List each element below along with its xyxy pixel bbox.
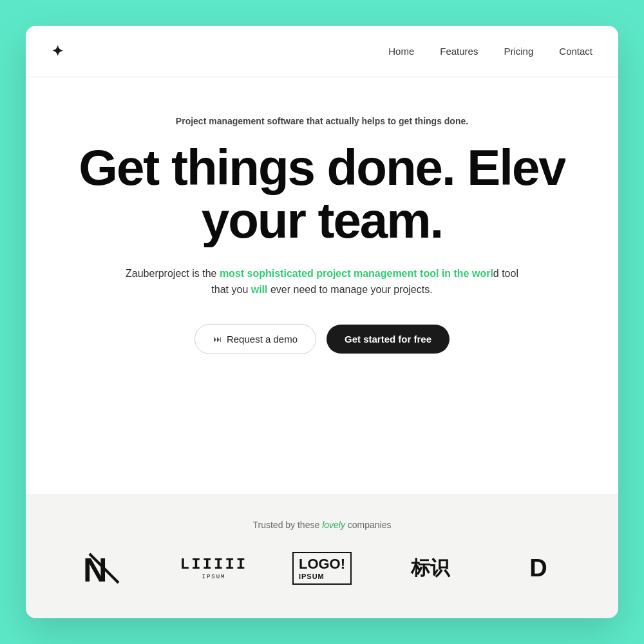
nav-item-home[interactable]: Home xyxy=(388,46,414,57)
logo-item-partial: D xyxy=(484,554,592,582)
nav-item-pricing[interactable]: Pricing xyxy=(504,46,533,57)
nav-item-features[interactable]: Features xyxy=(440,46,478,57)
logo-ipsum-text: LOGO! IPSUM xyxy=(292,552,352,585)
get-started-label: Get started for free xyxy=(345,334,431,345)
browser-window: ✦ Home Features Pricing Contact Project … xyxy=(26,26,618,618)
logo-partial-text: D xyxy=(529,554,547,582)
trusted-label: Trusted by these lovely companies xyxy=(52,520,592,530)
logos-row: N LIIIII IPSUM LOGO! IPSUM xyxy=(52,551,592,586)
demo-button-label: Request a demo xyxy=(227,334,298,345)
request-demo-button[interactable]: ⏭ Request a demo xyxy=(194,324,316,354)
logo-item-logoipsum: LOGO! IPSUM xyxy=(268,552,376,585)
nav-link-pricing[interactable]: Pricing xyxy=(504,46,533,57)
logo-item-chinese: 标识 xyxy=(376,555,484,582)
trusted-section: Trusted by these lovely companies N LIII… xyxy=(26,494,618,618)
hero-tagline: Project management software that actuall… xyxy=(176,116,468,126)
trusted-highlight: lovely xyxy=(322,520,345,530)
navbar: ✦ Home Features Pricing Contact xyxy=(26,26,618,77)
logo-icon: ✦ xyxy=(52,43,63,60)
get-started-button[interactable]: Get started for free xyxy=(327,325,450,354)
nav-link-features[interactable]: Features xyxy=(440,46,478,57)
logo-n-svg: N xyxy=(83,551,128,586)
nav-links: Home Features Pricing Contact xyxy=(388,46,592,57)
logo-item-n: N xyxy=(52,551,160,586)
hero-description: Zauberproject is the most sophisticated … xyxy=(116,265,528,298)
hero-section: Project management software that actuall… xyxy=(26,77,618,494)
nav-link-contact[interactable]: Contact xyxy=(559,46,592,57)
cta-buttons: ⏭ Request a demo Get started for free xyxy=(194,324,450,354)
play-icon: ⏭ xyxy=(213,334,222,344)
logo-chinese-text: 标识 xyxy=(411,555,450,582)
nav-link-home[interactable]: Home xyxy=(388,46,414,57)
hero-title: Get things done. Elevyour team. xyxy=(79,142,565,247)
logo-item-linea: LIIIII IPSUM xyxy=(160,557,268,580)
logo[interactable]: ✦ xyxy=(52,43,63,60)
nav-item-contact[interactable]: Contact xyxy=(559,46,592,57)
